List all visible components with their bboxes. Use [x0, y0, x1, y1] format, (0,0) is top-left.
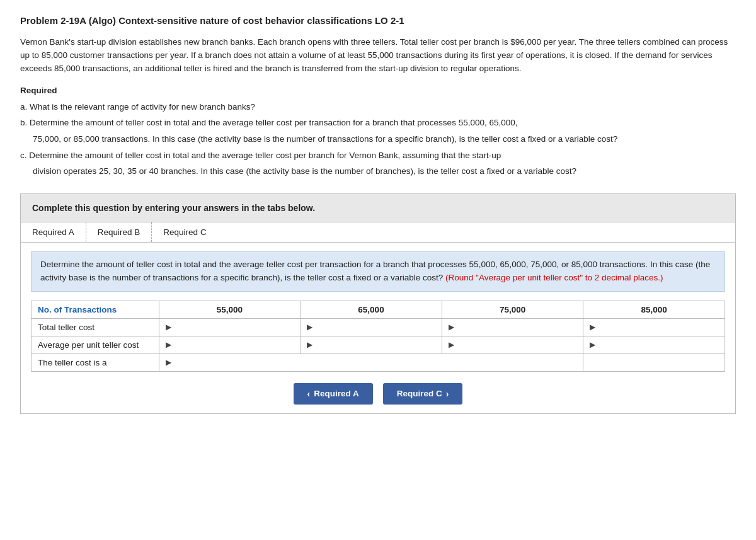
- intro-text: Vernon Bank's start-up division establis…: [20, 36, 736, 76]
- cell-avg-65000[interactable]: ▶: [301, 336, 442, 353]
- next-button[interactable]: Required C ›: [383, 383, 463, 405]
- tab-b-content: Determine the amount of teller cost in t…: [21, 243, 735, 413]
- next-button-label: Required C: [397, 389, 442, 398]
- arrow-avg-85000: ▶: [590, 340, 595, 349]
- tab-required-c[interactable]: Required C: [152, 222, 217, 242]
- arrow-total-65000: ▶: [307, 323, 312, 331]
- row-label-total: Total teller cost: [32, 318, 159, 336]
- tabs-container: Required A Required B Required C Determi…: [20, 222, 736, 414]
- arrow-type: ▶: [166, 358, 171, 367]
- table-header-label: No. of Transactions: [32, 301, 159, 318]
- prev-button-label: Required A: [314, 389, 359, 398]
- cell-total-85000[interactable]: ▶: [583, 318, 725, 336]
- table-row-type: The teller cost is a ▶: [32, 353, 725, 371]
- input-avg-75000[interactable]: [455, 340, 577, 350]
- tabs-row: Required A Required B Required C: [21, 222, 735, 243]
- arrow-avg-75000: ▶: [449, 340, 454, 349]
- cell-avg-75000[interactable]: ▶: [442, 336, 583, 353]
- arrow-avg-55000: ▶: [166, 340, 171, 349]
- prev-chevron-icon: ‹: [307, 389, 311, 399]
- input-avg-65000[interactable]: [314, 340, 435, 350]
- arrow-avg-65000: ▶: [307, 340, 312, 349]
- req-c-start: c. Determine the amount of teller cost i…: [20, 149, 736, 163]
- arrow-total-75000: ▶: [449, 323, 454, 331]
- requirements-list: a. What is the relevant range of activit…: [20, 100, 736, 178]
- req-a: a. What is the relevant range of activit…: [20, 100, 736, 114]
- cell-total-65000[interactable]: ▶: [301, 318, 442, 336]
- table-col-75000: 75,000: [442, 301, 583, 318]
- arrow-total-85000: ▶: [590, 323, 595, 331]
- input-total-65000[interactable]: [314, 323, 435, 332]
- row-label-type: The teller cost is a: [32, 353, 159, 371]
- required-heading: Required: [20, 86, 736, 95]
- prev-button[interactable]: ‹ Required A: [294, 383, 373, 405]
- table-col-85000: 85,000: [583, 301, 725, 318]
- input-avg-55000[interactable]: [173, 340, 294, 350]
- tab-description-note: (Round "Average per unit teller cost" to…: [445, 273, 663, 282]
- data-table: No. of Transactions 55,000 65,000 75,000…: [31, 301, 725, 372]
- cell-type-85000[interactable]: [583, 353, 725, 371]
- table-col-65000: 65,000: [301, 301, 442, 318]
- input-total-55000[interactable]: [173, 323, 294, 332]
- table-row-total: Total teller cost ▶ ▶: [32, 318, 725, 336]
- tab-required-b[interactable]: Required B: [86, 222, 152, 242]
- arrow-total-55000: ▶: [166, 323, 171, 331]
- input-total-85000[interactable]: [597, 323, 718, 332]
- req-b-indent: 75,000, or 85,000 transactions. In this …: [20, 132, 736, 146]
- problem-title: Problem 2-19A (Algo) Context-sensitive n…: [20, 15, 736, 26]
- table-row-average: Average per unit teller cost ▶ ▶: [32, 336, 725, 353]
- input-type-85000[interactable]: [590, 358, 718, 367]
- row-label-average: Average per unit teller cost: [32, 336, 159, 353]
- cell-total-55000[interactable]: ▶: [159, 318, 301, 336]
- req-c-indent: division operates 25, 30, 35 or 40 branc…: [20, 164, 736, 178]
- tab-required-a[interactable]: Required A: [21, 222, 86, 242]
- input-total-75000[interactable]: [455, 323, 577, 332]
- complete-box: Complete this question by entering your …: [20, 193, 736, 222]
- next-chevron-icon: ›: [446, 389, 449, 399]
- table-col-55000: 55,000: [159, 301, 301, 318]
- cell-total-75000[interactable]: ▶: [442, 318, 583, 336]
- input-avg-85000[interactable]: [597, 340, 718, 350]
- input-type[interactable]: [173, 358, 577, 367]
- cell-avg-55000[interactable]: ▶: [159, 336, 301, 353]
- tab-description: Determine the amount of teller cost in t…: [31, 251, 725, 292]
- cell-avg-85000[interactable]: ▶: [583, 336, 725, 353]
- bottom-nav: ‹ Required A Required C ›: [31, 372, 725, 413]
- cell-type-span[interactable]: ▶: [159, 353, 583, 371]
- req-b-start: b. Determine the amount of teller cost i…: [20, 116, 736, 130]
